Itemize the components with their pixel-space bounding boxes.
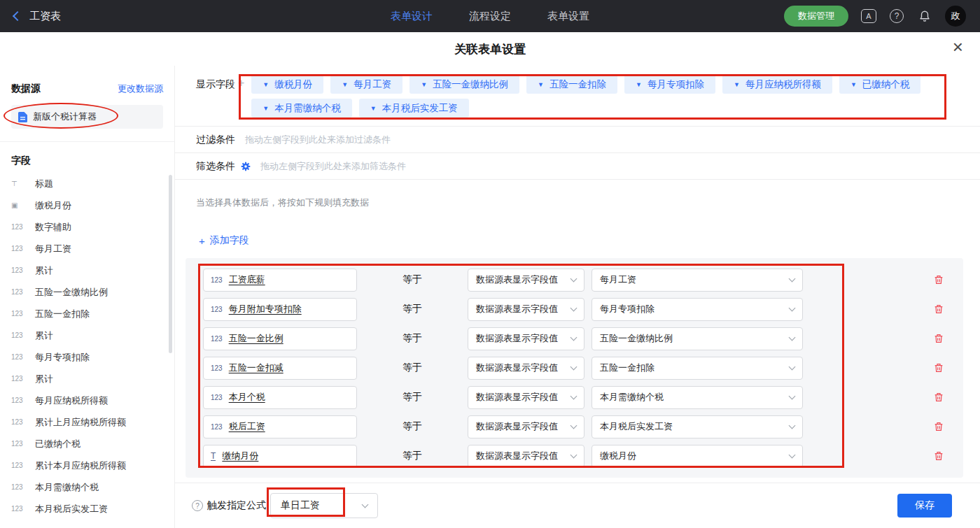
rule-field-input[interactable]: 123本月个税: [203, 386, 357, 409]
field-item-label: 本月需缴纳个税: [35, 481, 99, 494]
field-item-label: 累计本月应纳税所得额: [35, 459, 126, 472]
source-value-dropdown[interactable]: 数据源表显示字段值: [468, 357, 584, 380]
field-item[interactable]: 123数字辅助: [11, 216, 163, 238]
number-field-icon: 123: [11, 397, 28, 404]
change-datasource-link[interactable]: 更改数据源: [118, 83, 163, 95]
rule-row: 123五险一金比例 等于 数据源表显示字段值 五险一金缴纳比例: [203, 324, 963, 353]
tab-form-design[interactable]: 表单设计: [391, 10, 433, 23]
display-field-chip[interactable]: ▼五险一金缴纳比例: [410, 75, 519, 94]
source-value-dropdown[interactable]: 数据源表显示字段值: [468, 327, 584, 350]
select-field-icon: ▣: [11, 201, 28, 209]
delete-rule-button[interactable]: [933, 274, 944, 285]
display-field-chip[interactable]: ▼本月税后实发工资: [359, 99, 469, 117]
rule-field-input[interactable]: 123税后工资: [203, 415, 357, 438]
back-button[interactable]: 工资表: [14, 10, 61, 23]
data-manage-button[interactable]: 数据管理: [784, 6, 848, 27]
field-item[interactable]: 123每月专项扣除: [11, 346, 163, 368]
rule-field-input[interactable]: 123工资底薪: [203, 269, 357, 292]
tab-process-settings[interactable]: 流程设定: [469, 10, 511, 23]
field-item[interactable]: 123每月工资: [11, 238, 163, 259]
datasource-item[interactable]: 新版个税计算器: [11, 105, 163, 129]
tab-form-settings[interactable]: 表单设置: [547, 10, 589, 23]
target-field-dropdown[interactable]: 五险一金缴纳比例: [592, 327, 803, 350]
field-item[interactable]: 123本月需缴纳个税: [11, 476, 163, 498]
field-item[interactable]: 123累计上月应纳税所得额: [11, 411, 163, 433]
field-item[interactable]: 123累计: [11, 324, 163, 346]
field-item[interactable]: ⊤标题: [11, 173, 163, 194]
delete-rule-button[interactable]: [933, 421, 944, 432]
save-button[interactable]: 保存: [897, 494, 952, 518]
target-field-dropdown[interactable]: 本月税后实发工资: [592, 415, 803, 438]
field-item[interactable]: 123本月税后实发工资: [11, 498, 163, 520]
target-field-dropdown[interactable]: 五险一金扣除: [592, 357, 803, 380]
bell-icon[interactable]: [917, 8, 932, 24]
display-field-chip[interactable]: ▼每月应纳税所得额: [722, 75, 832, 94]
field-item[interactable]: 123每月应纳税所得额: [11, 390, 163, 411]
add-field-button[interactable]: + 添加字段: [199, 234, 249, 247]
target-field-dropdown[interactable]: 缴税月份: [592, 445, 803, 468]
target-field-dropdown[interactable]: 每月专项扣除: [592, 298, 803, 321]
filter-condition-row: 过滤条件 拖动左侧字段到此处来添加过滤条件: [175, 127, 980, 152]
field-item[interactable]: ▣缴税月份: [11, 194, 163, 216]
field-item[interactable]: 123已缴纳个税: [11, 433, 163, 455]
help-icon[interactable]: ?: [889, 8, 904, 24]
field-item[interactable]: 123五险一金扣除: [11, 303, 163, 324]
rule-field-input[interactable]: 123每月附加专项扣除: [203, 298, 357, 321]
target-field-dropdown[interactable]: 每月工资: [592, 269, 803, 292]
sidebar-scrollbar[interactable]: [169, 175, 172, 353]
chevron-down-icon: [570, 305, 578, 312]
close-icon[interactable]: ×: [953, 38, 963, 56]
field-item-label: 每月专项扣除: [35, 351, 90, 364]
help-circle-icon[interactable]: ?: [192, 500, 203, 511]
chip-row: ▼本月需缴纳个税 ▼本月税后实发工资: [251, 99, 920, 117]
number-field-icon: 123: [211, 364, 223, 372]
page-title: 工资表: [29, 10, 61, 23]
target-field-dropdown[interactable]: 本月需缴纳个税: [592, 386, 803, 409]
delete-rule-button[interactable]: [933, 304, 944, 315]
gear-icon[interactable]: [241, 162, 251, 171]
delete-rule-button[interactable]: [933, 362, 944, 373]
display-field-chip[interactable]: ▼五险一金扣除: [526, 75, 617, 94]
rule-field-input[interactable]: 123五险一金比例: [203, 327, 357, 350]
number-field-icon: 123: [11, 223, 28, 231]
delete-rule-button[interactable]: [933, 450, 944, 462]
chip-label: 本月税后实发工资: [382, 102, 458, 115]
source-value-dropdown[interactable]: 数据源表显示字段值: [468, 386, 584, 409]
formula-dropdown[interactable]: 单日工资: [270, 493, 378, 518]
source-value-dropdown[interactable]: 数据源表显示字段值: [468, 415, 584, 438]
chevron-down-icon: [570, 422, 578, 429]
field-item[interactable]: 123累计本月应纳税所得额: [11, 455, 163, 476]
text-field-icon: T: [211, 452, 216, 461]
delete-rule-button[interactable]: [933, 333, 944, 344]
chip-row: ▼缴税月份 ▼每月工资 ▼五险一金缴纳比例 ▼五险一金扣除 ▼每月专项扣除 ▼每…: [251, 75, 920, 94]
rule-row: 123工资底薪 等于 数据源表显示字段值 每月工资: [203, 265, 963, 294]
screen-dropzone[interactable]: 拖动左侧字段到此处来添加筛选条件: [260, 160, 406, 173]
number-field-icon: 123: [11, 310, 28, 317]
avatar[interactable]: 政: [945, 6, 966, 27]
formula-value: 单日工资: [281, 499, 320, 512]
field-item[interactable]: 123累计: [11, 368, 163, 390]
source-value-dropdown[interactable]: 数据源表显示字段值: [468, 298, 584, 321]
chevron-down-icon: [570, 393, 578, 400]
display-field-chip[interactable]: ▼本月需缴纳个税: [251, 99, 351, 117]
delete-rule-button[interactable]: [933, 392, 944, 403]
translate-icon[interactable]: A: [861, 8, 876, 24]
display-field-chip[interactable]: ▼已缴纳个税: [839, 75, 920, 94]
source-value-dropdown[interactable]: 数据源表显示字段值: [468, 269, 584, 292]
rule-field-input[interactable]: T缴纳月份: [203, 445, 357, 468]
equals-label: 等于: [402, 362, 425, 374]
rule-field-input[interactable]: 123五险一金扣减: [203, 357, 357, 380]
number-field-icon: 123: [211, 423, 223, 431]
display-field-chip[interactable]: ▼每月专项扣除: [624, 75, 715, 94]
chevron-down-icon: [570, 364, 578, 371]
rule-field-name: 每月附加专项扣除: [229, 303, 302, 315]
filter-dropzone[interactable]: 拖动左侧字段到此处来添加过滤条件: [245, 134, 391, 146]
add-display-field-icon[interactable]: +: [238, 75, 244, 117]
display-field-chip[interactable]: ▼每月工资: [330, 75, 402, 94]
display-field-chip[interactable]: ▼缴税月份: [251, 75, 323, 94]
field-item[interactable]: 123累计: [11, 259, 163, 281]
field-item[interactable]: 123五险一金缴纳比例: [11, 281, 163, 303]
back-chevron-icon[interactable]: [13, 11, 22, 21]
source-value-dropdown[interactable]: 数据源表显示字段值: [468, 445, 584, 468]
equals-label: 等于: [402, 450, 425, 462]
